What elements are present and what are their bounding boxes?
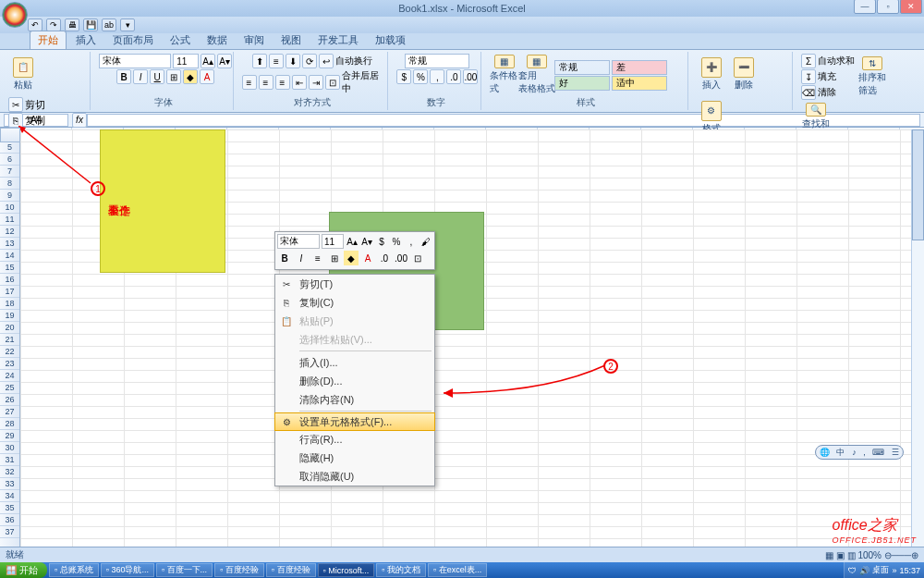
mt-painter-icon[interactable]: 🖌 (419, 234, 432, 249)
row-30[interactable]: 30 (0, 442, 19, 454)
taskbar-item[interactable]: ▫ 总账系统 (49, 563, 99, 577)
ctx-hide[interactable]: 隐藏(H) (275, 449, 434, 467)
zoom-controls[interactable]: ▦ ▣ ▥ 100% ⊖───⊕ (825, 550, 918, 560)
align-left[interactable]: ≡ (242, 75, 257, 90)
qat-item[interactable]: ab (102, 18, 116, 31)
align-right[interactable]: ≡ (275, 75, 290, 90)
row-23[interactable]: 23 (0, 358, 19, 370)
row-28[interactable]: 28 (0, 418, 19, 430)
row-6[interactable]: 6 (0, 154, 19, 166)
row-21[interactable]: 21 (0, 334, 19, 346)
qat-redo[interactable]: ↷ (46, 18, 61, 31)
insert-cells[interactable]: ➕插入 (697, 54, 726, 94)
row-15[interactable]: 15 (0, 262, 19, 274)
tab-审阅[interactable]: 审阅 (237, 31, 272, 49)
qat-print[interactable]: 🖶 (65, 18, 79, 31)
row-14[interactable]: 14 (0, 250, 19, 262)
row-16[interactable]: 16 (0, 274, 19, 286)
cut-button[interactable]: ✂ (8, 97, 23, 112)
row-10[interactable]: 10 (0, 202, 19, 214)
row-19[interactable]: 19 (0, 310, 19, 322)
start-button[interactable]: 🪟开始 (0, 562, 47, 578)
tab-公式[interactable]: 公式 (163, 31, 198, 49)
ctx-rowheight[interactable]: 行高(R)... (275, 430, 434, 449)
sort-filter[interactable]: ⇅排序和 筛选 (857, 56, 887, 97)
ctx-unhide[interactable]: 取消隐藏(U) (275, 467, 434, 486)
row-29[interactable]: 29 (0, 430, 19, 442)
row-18[interactable]: 18 (0, 298, 19, 310)
cell-grid[interactable]: 1 全整工表 选个作 (20, 129, 924, 547)
wrap-button[interactable]: ↩ (319, 54, 334, 68)
ctx-delete[interactable]: 删除(D)... (275, 372, 434, 390)
row-32[interactable]: 32 (0, 466, 19, 478)
align-mid[interactable]: ≡ (269, 54, 284, 68)
grow-font[interactable]: A▴ (201, 54, 215, 68)
cond-format[interactable]: ▦条件格式 (490, 55, 519, 95)
table-format[interactable]: ▦套用 表格格式 (522, 55, 552, 95)
close-button[interactable]: ✕ (900, 0, 922, 14)
taskbar-item[interactable]: ▫ Microsoft... (318, 563, 375, 577)
italic-button[interactable]: I (133, 69, 148, 84)
ctx-insert[interactable]: 插入(I)... (275, 353, 434, 372)
taskbar-item[interactable]: ▫ 百度经验 (214, 563, 264, 577)
row-31[interactable]: 31 (0, 454, 19, 466)
tab-视图[interactable]: 视图 (274, 31, 309, 49)
system-tray[interactable]: 🛡🔊桌面»15:37 (844, 562, 924, 578)
taskbar-item[interactable]: ▫ 我的文档 (376, 563, 426, 577)
yellow-rectangle[interactable] (100, 129, 225, 273)
underline-button[interactable]: U (150, 69, 164, 84)
tab-加载项[interactable]: 加载项 (368, 31, 413, 49)
row-27[interactable]: 27 (0, 406, 19, 418)
tab-数据[interactable]: 数据 (200, 31, 235, 49)
row-36[interactable]: 36 (0, 514, 19, 526)
office-button[interactable] (2, 2, 28, 28)
ctx-clear[interactable]: 清除内容(N) (275, 390, 434, 409)
row-20[interactable]: 20 (0, 322, 19, 334)
taskbar-item[interactable]: ▫ 在excel表... (428, 563, 487, 577)
restore-button[interactable]: ▫ (877, 0, 899, 14)
row-17[interactable]: 17 (0, 286, 19, 298)
taskbar-item[interactable]: ▫ 百度一下... (156, 563, 213, 577)
formula-bar[interactable] (87, 114, 920, 127)
shrink-font[interactable]: A▾ (217, 54, 232, 68)
tab-插入[interactable]: 插入 (68, 31, 103, 49)
align-bot[interactable]: ⬇ (286, 54, 300, 68)
merge-button[interactable]: ⊡ (325, 75, 340, 90)
row-9[interactable]: 9 (0, 190, 19, 202)
row-25[interactable]: 25 (0, 382, 19, 394)
mt-size[interactable] (322, 234, 344, 249)
number-format[interactable] (405, 54, 469, 68)
tab-页面布局[interactable]: 页面布局 (105, 31, 161, 49)
row-headers[interactable]: 4567891011121314151617181920212223242526… (0, 129, 20, 547)
delete-cells[interactable]: ➖删除 (729, 54, 759, 94)
qat-save[interactable]: 💾 (83, 18, 98, 31)
font-name[interactable] (99, 54, 171, 68)
paste-button[interactable]: 📋粘贴 (8, 54, 38, 94)
align-center[interactable]: ≡ (259, 75, 274, 90)
row-22[interactable]: 22 (0, 346, 19, 358)
row-24[interactable]: 24 (0, 370, 19, 382)
mt-font[interactable] (277, 234, 320, 249)
qat-undo[interactable]: ↶ (28, 18, 43, 31)
minimize-button[interactable]: — (854, 0, 876, 14)
taskbar-item[interactable]: ▫ 百度经验 (266, 563, 316, 577)
row-5[interactable]: 5 (0, 141, 19, 154)
ctx-copy[interactable]: ⎘复制(C) (275, 293, 434, 312)
row-37[interactable]: 37 (0, 526, 19, 538)
vertical-scrollbar[interactable] (911, 129, 924, 547)
row-11[interactable]: 11 (0, 214, 19, 226)
tab-开始[interactable]: 开始 (30, 31, 67, 49)
row-8[interactable]: 8 (0, 178, 19, 190)
font-size[interactable] (173, 54, 199, 68)
row-34[interactable]: 34 (0, 490, 19, 502)
ime-toolbar[interactable]: 🌐中♪,⌨☰ (815, 445, 904, 460)
select-all-button[interactable] (0, 128, 20, 142)
fontcolor-button[interactable]: A (200, 69, 214, 84)
row-7[interactable]: 7 (0, 166, 19, 178)
row-33[interactable]: 33 (0, 478, 19, 490)
row-26[interactable]: 26 (0, 394, 19, 406)
row-35[interactable]: 35 (0, 502, 19, 514)
row-12[interactable]: 12 (0, 226, 19, 238)
fill-button[interactable]: ◆ (183, 69, 198, 84)
ctx-cut[interactable]: ✂剪切(T) (275, 275, 434, 293)
